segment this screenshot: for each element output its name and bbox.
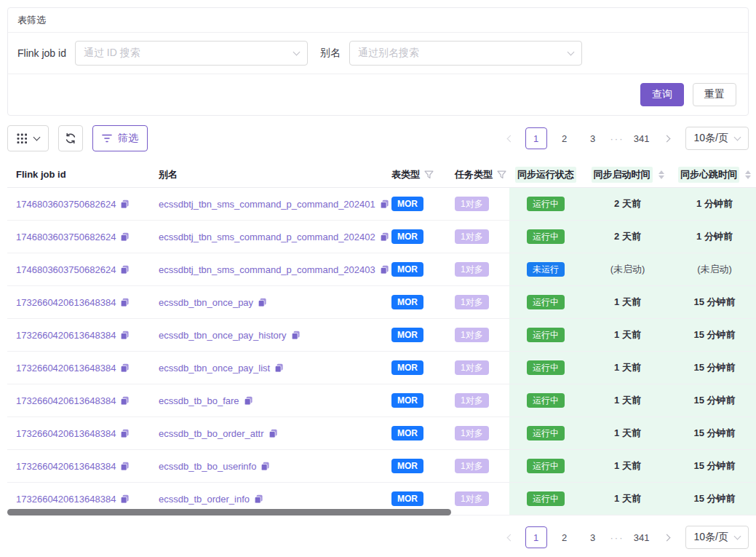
flink-job-id-link[interactable]: 1732660420613648384	[16, 395, 116, 406]
copy-icon[interactable]	[120, 298, 130, 307]
table-type-cell: MOR	[386, 221, 449, 253]
copy-icon[interactable]	[120, 396, 130, 406]
sorter-icon[interactable]	[745, 170, 751, 179]
sync-start-time-cell: (未启动)	[582, 253, 673, 285]
next-page-button[interactable]	[659, 127, 675, 149]
refresh-icon	[65, 133, 76, 144]
chevron-right-icon	[664, 135, 671, 142]
task-type-badge: 1对多	[455, 360, 489, 375]
flink-job-id-link[interactable]: 1732660420613648384	[16, 363, 116, 374]
alias-link[interactable]: ecssdbtj_tbn_sms_command_p_command_20240…	[159, 264, 375, 275]
task-type-badge: 1对多	[455, 229, 489, 244]
alias-link[interactable]: ecssdb_tb_bo_fare	[159, 395, 239, 406]
copy-icon[interactable]	[260, 462, 270, 471]
alias-cell: ecssdbtj_tbn_sms_command_p_command_20240…	[159, 188, 386, 220]
sync-run-status-cell: 运行中	[509, 221, 582, 253]
alias-link[interactable]: ecssdb_tbn_once_pay	[159, 297, 253, 308]
copy-icon[interactable]	[254, 494, 263, 504]
sync-heartbeat-time-cell: 15 分钟前	[673, 319, 756, 351]
table-row: 1746803603750682624 ecssdbtj_tbn_sms_com…	[7, 221, 756, 253]
filter-funnel-icon[interactable]	[497, 170, 506, 179]
task-type-badge: 1对多	[455, 197, 489, 211]
copy-icon[interactable]	[120, 429, 130, 438]
table-type-badge: MOR	[391, 459, 423, 473]
copy-icon[interactable]	[120, 232, 130, 242]
alias-link[interactable]: ecssdb_tb_bo_order_attr	[159, 428, 264, 439]
alias-link[interactable]: ecssdb_tbn_once_pay_list	[159, 363, 270, 374]
page-size-select[interactable]: 10条/页	[685, 127, 749, 150]
reset-button[interactable]: 重置	[693, 83, 736, 106]
flink-job-id-link[interactable]: 1732660420613648384	[16, 297, 116, 308]
horizontal-scrollbar-thumb[interactable]	[7, 509, 451, 515]
filter-funnel-icon[interactable]	[424, 170, 434, 179]
copy-icon[interactable]	[274, 363, 284, 373]
flink-job-id-link[interactable]: 1746803603750682624	[16, 199, 116, 210]
column-settings-button[interactable]	[7, 125, 49, 151]
status-badge: 运行中	[527, 393, 565, 408]
flink-job-id-link[interactable]: 1746803603750682624	[16, 264, 116, 275]
page-button-last[interactable]: 341	[631, 526, 653, 548]
page-size-select[interactable]: 10条/页	[685, 526, 749, 549]
table-row: 1732660420613648384 ecssdb_tbn_once_pay …	[7, 286, 756, 319]
page-button-1[interactable]: 1	[525, 127, 547, 149]
alias-select[interactable]: 通过别名搜索	[349, 41, 582, 66]
flink-job-id-link[interactable]: 1732660420613648384	[16, 461, 116, 472]
flink-job-id-link[interactable]: 1732660420613648384	[16, 330, 116, 341]
sorter-icon[interactable]	[658, 170, 664, 179]
prev-page-button[interactable]	[503, 127, 519, 149]
task-type-cell: 1对多	[449, 450, 509, 482]
page-button-3[interactable]: 3	[582, 127, 604, 149]
column-header-task-type: 任务类型	[449, 162, 509, 187]
alias-link[interactable]: ecssdb_tb_order_info	[159, 494, 250, 505]
table-row: 1732660420613648384 ecssdb_tb_bo_order_a…	[7, 417, 756, 450]
next-page-button[interactable]	[659, 526, 675, 548]
table-row: 1732660420613648384 ecssdb_tb_bo_userinf…	[7, 450, 756, 483]
task-type-cell: 1对多	[449, 417, 509, 449]
heartbeat-time-value: 1 分钟前	[696, 197, 733, 210]
flink-job-id-link[interactable]: 1732660420613648384	[16, 428, 116, 439]
flink-job-id-cell: 1732660420613648384	[7, 384, 159, 416]
status-badge: 运行中	[527, 197, 565, 211]
copy-icon[interactable]	[244, 396, 253, 406]
filter-toggle-button[interactable]: 筛选	[92, 125, 148, 151]
page-ellipsis[interactable]: ···	[610, 133, 624, 144]
chevron-down-icon	[734, 133, 741, 141]
page-button-2[interactable]: 2	[554, 127, 576, 149]
page-button-1[interactable]: 1	[525, 526, 547, 548]
query-button[interactable]: 查询	[640, 83, 684, 106]
table-type-badge: MOR	[391, 262, 423, 277]
flink-job-id-select[interactable]: 通过 ID 搜索	[75, 41, 308, 66]
alias-link[interactable]: ecssdb_tbn_once_pay_history	[159, 330, 287, 341]
copy-icon[interactable]	[120, 265, 130, 274]
copy-icon[interactable]	[120, 462, 130, 471]
copy-icon[interactable]	[120, 494, 130, 504]
sync-start-time-cell: 2 天前	[582, 221, 673, 253]
status-badge: 运行中	[527, 360, 565, 375]
copy-icon[interactable]	[120, 200, 130, 209]
alias-link[interactable]: ecssdbtj_tbn_sms_command_p_command_20240…	[159, 199, 375, 210]
copy-icon[interactable]	[120, 331, 130, 340]
flink-job-id-link[interactable]: 1732660420613648384	[16, 494, 116, 505]
page-button-2[interactable]: 2	[554, 526, 576, 548]
flink-job-id-cell: 1732660420613648384	[7, 352, 159, 384]
page-button-last[interactable]: 341	[631, 127, 653, 149]
copy-icon[interactable]	[268, 429, 278, 438]
page-ellipsis[interactable]: ···	[610, 532, 624, 543]
prev-page-button[interactable]	[503, 526, 519, 548]
task-type-cell: 1对多	[449, 384, 509, 416]
start-time-value: 1 天前	[614, 296, 641, 309]
copy-icon[interactable]	[291, 331, 301, 340]
table-type-cell: MOR	[386, 188, 449, 220]
status-badge: 未运行	[527, 262, 565, 277]
copy-icon[interactable]	[120, 363, 130, 373]
flink-job-id-link[interactable]: 1746803603750682624	[16, 232, 116, 242]
filter-card: 表筛选 Flink job id 通过 ID 搜索 别名 通过别名搜索 查询 重…	[7, 7, 749, 116]
alias-link[interactable]: ecssdbtj_tbn_sms_command_p_command_20240…	[159, 232, 375, 242]
task-type-cell: 1对多	[449, 221, 509, 253]
alias-cell: ecssdb_tb_bo_fare	[159, 384, 386, 416]
table-type-badge: MOR	[391, 328, 423, 342]
page-button-3[interactable]: 3	[582, 526, 604, 548]
copy-icon[interactable]	[258, 298, 267, 307]
alias-link[interactable]: ecssdb_tb_bo_userinfo	[159, 461, 256, 472]
refresh-button[interactable]	[58, 125, 83, 151]
